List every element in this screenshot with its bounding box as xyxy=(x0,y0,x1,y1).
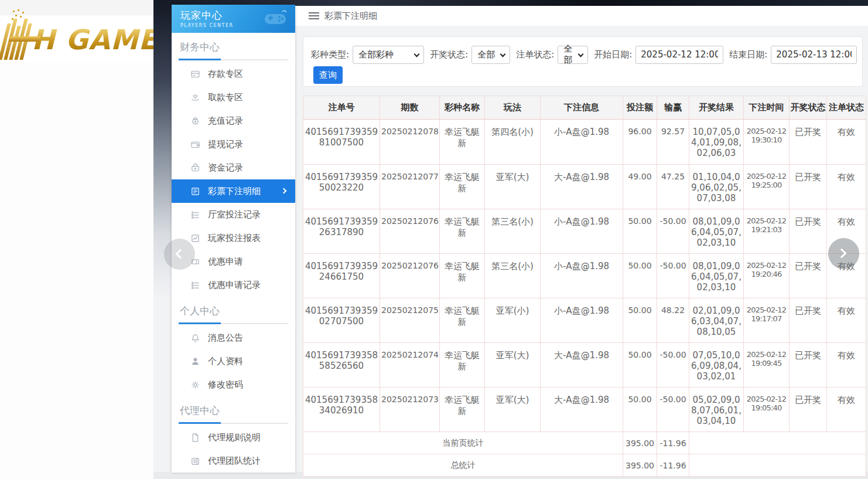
sidebar-item-label: 提现记录 xyxy=(208,139,243,150)
sidebar-item[interactable]: 资金记录 xyxy=(172,156,295,179)
cell-period: 20250212077 xyxy=(380,165,440,209)
start-date-label: 开始日期: xyxy=(594,49,632,60)
cell-lottery-name: 幸运飞艇新 xyxy=(440,343,485,388)
lottery-type-select[interactable]: 全部彩种 xyxy=(353,46,424,64)
cell-draw-result: 08,01,09,06,04,05,07,02,03,10 xyxy=(689,254,744,298)
col-bet-status: 注单状态 xyxy=(827,96,866,120)
cell-bet-id: 401569173935950023220 xyxy=(303,165,380,209)
cell-draw-result: 01,10,04,09,06,02,05,07,03,08 xyxy=(689,165,744,209)
cell-draw-result: 08,01,09,06,04,05,07,02,03,10 xyxy=(689,209,744,254)
col-draw-status: 开奖状态 xyxy=(790,96,827,120)
sidebar-item-label: 优惠申请记录 xyxy=(208,280,261,291)
cell-period: 20250212074 xyxy=(380,343,440,388)
deposit-icon xyxy=(190,69,200,79)
sidebar-item[interactable]: 消息公告 xyxy=(172,326,295,349)
sidebar-item-label: 厅室投注记录 xyxy=(208,209,261,220)
cell-lottery-name: 幸运飞艇新 xyxy=(440,254,485,298)
cell-lottery-name: 幸运飞艇新 xyxy=(440,388,485,432)
cell-lottery-name: 幸运飞艇新 xyxy=(440,120,485,165)
cell-bet-info: 小-A盘@1.98 xyxy=(541,120,623,165)
cell-bet-info: 大-A盘@1.98 xyxy=(541,343,623,388)
cell-period: 20250212073 xyxy=(380,388,440,432)
sidebar-item[interactable]: 彩票下注明细 xyxy=(172,179,295,203)
search-button[interactable]: 查询 xyxy=(313,66,343,84)
cell-draw-result: 02,01,09,06,03,04,07,08,10,05 xyxy=(689,298,744,343)
cell-bet-id: 401569173935924661750 xyxy=(303,254,380,298)
cell-bet-time: 2025-02-12 19:17:07 xyxy=(744,298,790,343)
cell-bet-time: 2025-02-12 19:21:03 xyxy=(744,209,790,254)
sidebar-collapse-arrow[interactable] xyxy=(164,239,195,270)
cell-win-loss: 47.25 xyxy=(657,165,689,209)
sidebar-item[interactable]: 存款专区 xyxy=(172,62,295,86)
sidebar-item[interactable]: 修改密码 xyxy=(172,373,295,396)
table-row: 40156917393583402691020250212073幸运飞艇新亚军(… xyxy=(303,388,866,432)
cell-draw-status: 已开奖 xyxy=(790,388,827,432)
draw-status-select[interactable]: 全部 xyxy=(471,46,510,64)
cell-play-type: 第四名(小) xyxy=(485,120,541,165)
players-center-app: H GAME 玩家中心 PLAYERS CENTER xyxy=(0,0,868,479)
table-row: 40156917393592466175020250212076幸运飞艇新第三名… xyxy=(303,254,866,298)
sidebar-item-label: 取款专区 xyxy=(208,92,243,103)
cell-bet-status: 有效 xyxy=(827,298,866,343)
sidebar-item[interactable]: 代理规则说明 xyxy=(172,426,295,449)
cell-period: 20250212075 xyxy=(380,298,440,343)
summary-empty xyxy=(689,432,866,454)
chevron-left-icon xyxy=(176,249,186,259)
cell-draw-status: 已开奖 xyxy=(790,254,827,298)
hh-game-logo: H GAME xyxy=(4,19,158,60)
sidebar-item-label: 彩票下注明细 xyxy=(208,186,261,197)
chevron-down-icon xyxy=(500,51,506,57)
sidebar-section-title: 代理中心 xyxy=(172,396,295,418)
sidebar-item[interactable]: 提现记录 xyxy=(172,133,295,156)
sidebar-item[interactable]: 厅室投注记录 xyxy=(172,203,295,226)
cell-period: 20250212078 xyxy=(380,120,440,165)
lottery-type-label: 彩种类型: xyxy=(311,49,349,60)
lottery-bet-detail-icon xyxy=(190,186,200,196)
sidebar-item[interactable]: 取款专区 xyxy=(172,86,295,109)
sidebar-item[interactable]: 代理团队统计 xyxy=(172,449,295,473)
sidebar-item[interactable]: 个人资料 xyxy=(172,349,295,373)
cell-period: 20250212076 xyxy=(380,254,440,298)
col-lottery-name: 彩种名称 xyxy=(440,96,485,120)
chevron-right-icon xyxy=(837,249,847,259)
summary-bet-total: 395.00 xyxy=(623,454,657,477)
col-bet-id: 注单号 xyxy=(303,96,380,120)
table-row: 40156917393595002322020250212077幸运飞艇新亚军(… xyxy=(303,165,866,209)
cell-bet-info: 大-A盘@1.98 xyxy=(541,388,623,432)
col-bet-info: 下注信息 xyxy=(541,96,623,120)
bet-status-label: 注单状态: xyxy=(516,49,554,60)
cell-draw-status: 已开奖 xyxy=(790,298,827,343)
cell-bet-amount: 49.00 xyxy=(623,165,657,209)
cell-bet-status: 有效 xyxy=(827,343,866,388)
funds-record-icon xyxy=(190,163,200,173)
panel-expand-arrow[interactable] xyxy=(828,238,859,269)
sidebar-item[interactable]: 优惠申请记录 xyxy=(172,273,295,297)
sidebar-header: 玩家中心 PLAYERS CENTER xyxy=(172,5,295,33)
col-draw-result: 开奖结果 xyxy=(689,96,744,120)
gamepad-icon xyxy=(262,9,288,29)
cell-bet-id: 401569173935981007500 xyxy=(303,120,380,165)
sidebar-item-label: 修改密码 xyxy=(208,379,243,390)
menu-toggle-icon[interactable] xyxy=(309,12,319,19)
summary-label: 当前页统计 xyxy=(303,432,623,454)
sidebar-item-label: 充值记录 xyxy=(208,115,243,127)
cell-bet-info: 小-A盘@1.98 xyxy=(541,298,623,343)
cell-bet-amount: 50.00 xyxy=(623,343,657,388)
cell-win-loss: 48.22 xyxy=(657,298,689,343)
cell-bet-info: 大-A盘@1.98 xyxy=(541,165,623,209)
cell-bet-info: 小-A盘@1.98 xyxy=(541,209,623,254)
cell-bet-status: 有效 xyxy=(827,388,866,432)
table-row: 40156917393590270750020250212075幸运飞艇新亚军(… xyxy=(303,298,866,343)
cell-play-type: 亚军(大) xyxy=(485,165,541,209)
logo-pane: H GAME xyxy=(0,0,153,479)
cell-bet-info: 小-A盘@1.98 xyxy=(541,254,623,298)
sidebar-item[interactable]: 充值记录 xyxy=(172,109,295,133)
start-date-input[interactable] xyxy=(635,46,723,64)
bet-status-select[interactable]: 全部 xyxy=(558,46,588,64)
end-date-input[interactable] xyxy=(771,46,857,64)
summary-row: 总统计395.00-11.96 xyxy=(303,454,866,477)
table-body: 40156917393598100750020250212078幸运飞艇新第四名… xyxy=(303,120,866,477)
cell-draw-status: 已开奖 xyxy=(790,209,827,254)
promo-apply-record-icon xyxy=(190,280,200,290)
sidebar-item-label: 存款专区 xyxy=(208,69,243,80)
